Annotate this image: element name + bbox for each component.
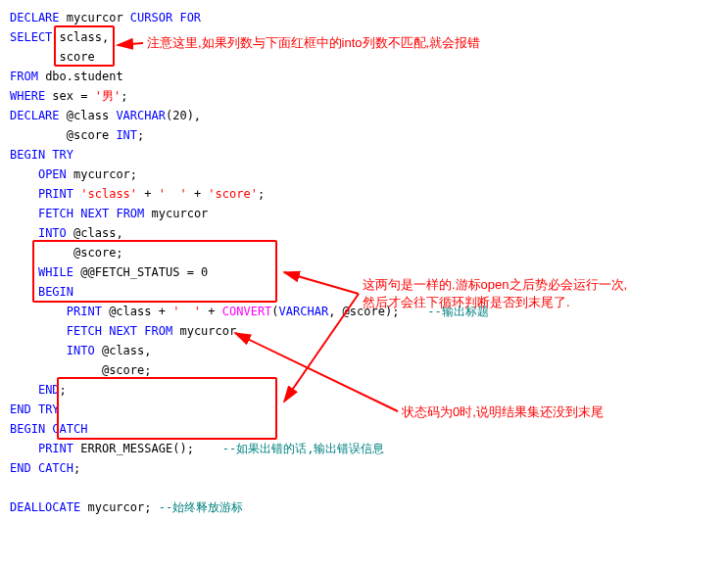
- kw-declare: DECLARE: [10, 11, 60, 24]
- annotation-status-zero: 状态码为0时,说明结果集还没到末尾: [402, 403, 604, 421]
- annotation-select-mismatch: 注意这里,如果列数与下面红框中的into列数不匹配,就会报错: [147, 34, 480, 52]
- highlight-box-fetch-1: [32, 240, 277, 303]
- annotation-fetch-twice: 这两句是一样的.游标open之后势必会运行一次, 然后才会往下循环判断是否到末尾…: [363, 276, 627, 311]
- highlight-box-select-cols: [54, 25, 115, 67]
- highlight-box-fetch-2: [57, 377, 277, 440]
